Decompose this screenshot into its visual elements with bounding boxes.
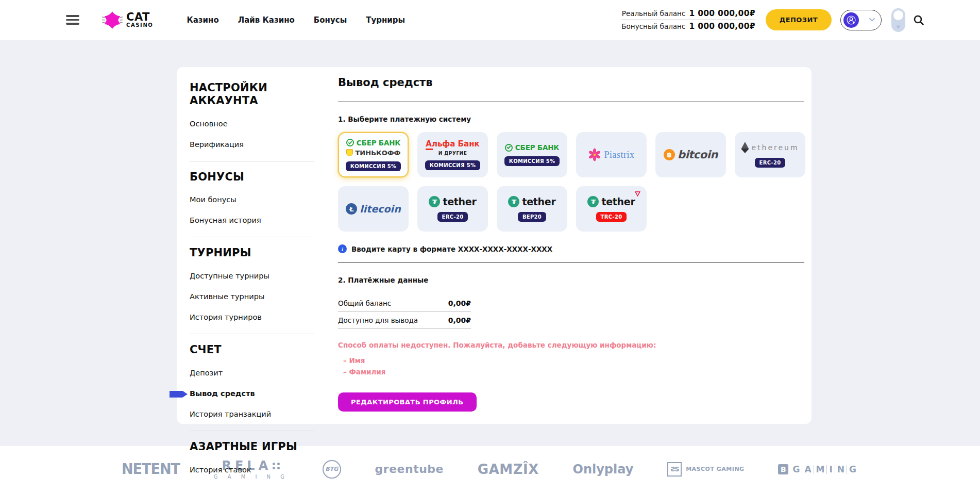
payment-method-sber-bank[interactable]: СБЕР БАНККОМИССИЯ 5% <box>497 132 567 177</box>
provider-logo-greentube: greentube <box>375 463 444 475</box>
top-header: CAT CASINO КазиноЛайв КазиноБонусыТурнир… <box>0 0 980 40</box>
payment-method-label: litecoin <box>360 203 400 215</box>
sidebar-item[interactable]: Верификация <box>190 140 326 149</box>
payment-method-label: tether <box>443 196 476 207</box>
commission-badge: КОМИССИЯ 5% <box>504 156 560 166</box>
edit-profile-button[interactable]: РЕДАКТИРОВАТЬ ПРОФИЛЬ <box>338 392 477 412</box>
theme-toggle[interactable]: ☀ <box>891 8 905 32</box>
balance-row: Доступно для вывода0,00₽ <box>338 311 471 329</box>
logo-text-casino: CASINO <box>126 23 153 28</box>
balance-value: 1 000 000,00₽ <box>689 22 755 31</box>
missing-field: Имя <box>343 356 804 365</box>
page-title: Вывод средств <box>338 76 804 89</box>
commission-badge: TRC-20 <box>596 212 627 222</box>
payment-warning: Способ оплаты недоступен. Пожалуйста, до… <box>338 341 804 349</box>
avatar <box>843 12 859 28</box>
sidebar-item[interactable]: История турниров <box>190 313 326 321</box>
provider-logo-netent: NETENT <box>122 461 180 478</box>
balance-value: 1 000 000,00₽ <box>689 9 755 18</box>
sidebar-item[interactable]: Основное <box>190 120 326 128</box>
tether-icon: ₮ <box>508 196 519 207</box>
payment-method-ethereum[interactable]: ethereumERC-20 <box>735 132 805 177</box>
sidebar-item[interactable]: История транзакций <box>190 410 326 418</box>
payment-method-alfa-bank[interactable]: Альфа БанкИ ДРУГИЕКОМИССИЯ 5% <box>417 132 488 177</box>
payment-method-label: tether <box>601 196 635 207</box>
account-card: НАСТРОЙКИ АККАУНТАОсновноеВерификацияБОН… <box>177 67 812 424</box>
tron-icon <box>635 191 640 196</box>
sidebar-section-title: АЗАРТНЫЕ ИГРЫ <box>190 440 308 453</box>
balance-rows: Общий баланс0,00₽Доступно для вывода0,00… <box>338 294 471 329</box>
tether-icon: ₮ <box>587 196 599 207</box>
providers-footer: NETENTRELAG A M I N GBTGgreentubeGAMZÎXO… <box>0 446 980 492</box>
nav-item-1[interactable]: Лайв Казино <box>238 15 295 25</box>
sidebar-section-title: БОНУСЫ <box>190 171 308 184</box>
payment-method-tether-erc20[interactable]: ₮tetherERC-20 <box>417 186 488 232</box>
commission-badge: BEP20 <box>518 212 546 222</box>
header-balance-row: Бонусный баланс1 000 000,00₽ <box>621 20 755 32</box>
payment-method-bitcoin[interactable]: ฿bitcoin <box>655 132 726 177</box>
provider-logo-bgaming: BGAMING <box>778 464 858 474</box>
piastrix-flower-icon <box>588 148 601 161</box>
sber-check-icon <box>505 144 513 152</box>
nav-item-2[interactable]: Бонусы <box>314 15 347 25</box>
sidebar-item[interactable]: История ставок <box>190 466 326 474</box>
bitcoin-icon: ฿ <box>664 149 675 160</box>
payment-method-tether-bep20[interactable]: ₮tetherBEP20 <box>497 186 567 232</box>
balance-block: Реальный баланс1 000 000,00₽Бонусный бал… <box>621 7 755 32</box>
account-sidebar: НАСТРОЙКИ АККАУНТАОсновноеВерификацияБОН… <box>177 67 326 424</box>
payment-method-sber-tinkoff[interactable]: СБЕР БАНКТИНЬКОФФКОМИССИЯ 5% <box>338 132 409 177</box>
commission-badge: ERC-20 <box>755 158 786 168</box>
cat-logo-icon <box>102 11 123 29</box>
balance-row-label: Доступно для вывода <box>338 316 418 324</box>
toggle-knob <box>893 10 903 20</box>
balance-label: Реальный баланс <box>622 9 686 18</box>
sber-check-icon <box>346 139 354 146</box>
tinkoff-shield-icon <box>346 149 353 156</box>
commission-badge: КОМИССИЯ 5% <box>346 161 401 171</box>
payment-method-label: СБЕР БАНК <box>515 143 559 152</box>
header-balance-row: Реальный баланс1 000 000,00₽ <box>621 7 755 20</box>
balance-row-value: 0,00₽ <box>448 316 471 324</box>
balance-row-value: 0,00₽ <box>448 299 471 307</box>
sidebar-section-title: НАСТРОЙКИ АККАУНТА <box>190 81 308 107</box>
payment-method-label: tether <box>522 196 555 207</box>
sidebar-divider <box>190 334 314 334</box>
mascot-icon: ƧS <box>667 462 682 477</box>
hamburger-menu-icon[interactable] <box>66 15 79 25</box>
nav-item-3[interactable]: Турниры <box>366 15 405 25</box>
search-button[interactable] <box>913 14 924 26</box>
info-text: Вводите карту в формате ХХХХ-ХХХХ-ХХХХ-Х… <box>351 245 552 253</box>
main-nav: КазиноЛайв КазиноБонусыТурниры <box>187 15 405 25</box>
payment-method-label: СБЕР БАНК <box>357 139 400 147</box>
account-menu[interactable] <box>840 10 882 30</box>
payment-method-litecoin[interactable]: Łlitecoin <box>338 186 409 232</box>
sidebar-item[interactable]: Активные турниры <box>190 292 326 301</box>
payment-method-label: Piastrix <box>604 150 634 160</box>
provider-logo-gamzix: GAMZÎX <box>478 462 539 477</box>
nav-item-0[interactable]: Казино <box>187 15 218 25</box>
step2-label: 2. Платёжные данные <box>338 276 804 284</box>
sidebar-item[interactable]: Бонусная история <box>190 216 326 224</box>
search-icon <box>913 14 924 26</box>
payment-method-label: ТИНЬКОФФ <box>356 149 401 157</box>
provider-logo-onlyplay: Onlyplay <box>573 462 634 477</box>
ethereum-icon <box>741 142 749 153</box>
payment-method-label: bitcoin <box>678 149 718 161</box>
sidebar-divider <box>190 237 314 237</box>
sidebar-divider <box>190 161 314 161</box>
user-icon <box>847 15 856 25</box>
payment-method-tether-trc20[interactable]: ₮tetherTRC-20 <box>576 186 647 232</box>
info-row: i Вводите карту в формате ХХХХ-ХХХХ-ХХХХ… <box>338 244 804 253</box>
cat-casino-logo[interactable]: CAT CASINO <box>102 11 153 29</box>
sun-icon: ☀ <box>891 24 905 30</box>
sidebar-section-title: СЧЕТ <box>190 343 308 356</box>
provider-logo-mascot: ƧSMASCOT GAMING <box>667 462 744 477</box>
sidebar-section-title: ТУРНИРЫ <box>190 247 308 259</box>
payment-method-piastrix[interactable]: Piastrix <box>576 132 647 177</box>
sidebar-item[interactable]: Мои бонусы <box>190 195 326 204</box>
logo-text-cat: CAT <box>126 12 153 23</box>
sidebar-item[interactable]: Доступные турниры <box>190 272 326 280</box>
deposit-button[interactable]: ДЕПОЗИТ <box>766 9 832 30</box>
sidebar-item[interactable]: Депозит <box>190 369 326 377</box>
sidebar-item[interactable]: Вывод средств <box>190 389 326 398</box>
